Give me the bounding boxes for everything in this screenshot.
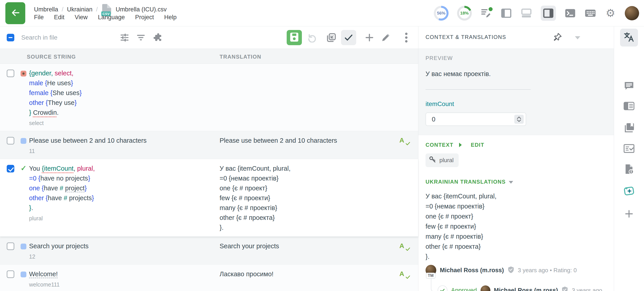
menu-language[interactable]: Language xyxy=(98,14,125,21)
tab-glossary[interactable] xyxy=(620,119,638,137)
select-all-checkbox[interactable] xyxy=(7,34,14,42)
layout-left-panel-button[interactable] xyxy=(500,8,512,19)
menu-edit[interactable]: Edit xyxy=(54,14,64,21)
ai-sparkle-icon xyxy=(624,186,634,197)
pin-icon[interactable] xyxy=(552,32,562,43)
translator-avatar: TM xyxy=(426,265,436,276)
approver-avatar xyxy=(480,286,490,291)
approve-button[interactable] xyxy=(341,30,356,45)
source-string-cell: Welcome!welcome111 xyxy=(0,264,220,291)
panel-options-chevron-icon[interactable] xyxy=(575,36,580,39)
menu-file[interactable]: File xyxy=(34,14,44,21)
add-string-button[interactable] xyxy=(362,30,377,45)
suggestion-time: 3 years ago xyxy=(518,267,548,274)
spellcheck-ok-icon: A xyxy=(399,270,409,279)
edit-string-button[interactable] xyxy=(378,30,393,45)
menu-project[interactable]: Project xyxy=(135,14,154,21)
string-key: 11 xyxy=(29,147,211,155)
breadcrumb-separator: / xyxy=(96,6,98,13)
source-string-cell: {gender, select,male {He uses}female {Sh… xyxy=(0,64,220,131)
row-checkbox[interactable] xyxy=(7,270,14,278)
translation-cell xyxy=(220,64,418,131)
translations-heading[interactable]: UKRAINIAN TRANSLATIONS xyxy=(426,179,607,185)
save-floppy-icon xyxy=(290,32,299,43)
qa-checklist-icon xyxy=(624,144,634,154)
tab-comments[interactable] xyxy=(620,78,638,96)
row-checkbox[interactable] xyxy=(7,137,14,144)
csv-file-icon: CSV xyxy=(102,4,111,15)
translate-icon xyxy=(624,32,634,44)
table-row[interactable]: Welcome!welcome111Ласкаво просимо!A xyxy=(0,264,418,291)
row-checkbox[interactable] xyxy=(7,242,14,250)
breadcrumb-file-name[interactable]: Umbrella (ICU).csv xyxy=(116,6,166,13)
tab-ai-assistant[interactable] xyxy=(620,182,638,200)
string-key: 12 xyxy=(29,253,211,260)
filter-button[interactable] xyxy=(133,30,148,45)
tab-tm-suggestions[interactable] xyxy=(620,98,638,116)
row-checkbox[interactable] xyxy=(7,70,14,77)
tab-translations[interactable] xyxy=(620,29,638,46)
string-key: plural xyxy=(29,214,211,222)
translated-progress-ring[interactable]: 56% xyxy=(434,6,448,20)
copy-source-button[interactable] xyxy=(324,30,339,45)
menu-help[interactable]: Help xyxy=(164,14,177,21)
context-translations-panel: CONTEXT & TRANSLATIONS PREVIEW У вас нем… xyxy=(418,26,614,291)
approved-label: Approved xyxy=(451,287,477,291)
shield-icon xyxy=(562,286,568,291)
menu-bar: FileEditViewLanguageProjectHelp xyxy=(34,14,177,21)
context-link[interactable]: CONTEXT xyxy=(426,142,453,148)
plus-icon xyxy=(624,209,634,220)
preview-divider xyxy=(426,89,531,90)
back-button[interactable] xyxy=(5,2,25,24)
translation-header: TRANSLATION xyxy=(220,54,262,60)
string-rows: {gender, select,male {He uses}female {Sh… xyxy=(0,64,418,291)
source-string-header: SOURCE STRING xyxy=(27,54,76,60)
layout-right-panel-button[interactable] xyxy=(541,6,556,21)
tab-qa-checks[interactable] xyxy=(620,140,638,158)
add-panel-button[interactable] xyxy=(620,205,638,223)
preview-text: У вас немає проектів. xyxy=(426,70,605,78)
strings-list-area: SOURCE STRING TRANSLATION {gender, selec… xyxy=(0,26,418,291)
drafts-button[interactable] xyxy=(480,8,492,19)
search-input[interactable] xyxy=(21,31,106,44)
settings-button[interactable]: ⚙ xyxy=(605,8,616,19)
user-avatar[interactable] xyxy=(625,6,639,20)
source-string-cell: You {itemCount, plural,=0 {have no proje… xyxy=(0,159,220,236)
param-value: 0 xyxy=(432,116,435,123)
file-info-icon xyxy=(624,164,634,175)
table-row[interactable]: Please use between 2 and 10 characters11… xyxy=(0,131,418,159)
tab-file-info[interactable] xyxy=(620,160,638,178)
approved-progress-ring[interactable]: 18% xyxy=(457,6,472,20)
context-expand-icon[interactable] xyxy=(459,143,462,147)
source-string-cell: Search your projects12 xyxy=(0,237,220,264)
table-row[interactable]: ✓You {itemCount, plural,=0 {have no proj… xyxy=(0,159,418,237)
number-spinner[interactable] xyxy=(514,115,524,124)
undo-button[interactable] xyxy=(304,30,319,45)
approved-check-icon xyxy=(438,286,448,291)
display-settings-button[interactable] xyxy=(117,30,132,45)
menu-view[interactable]: View xyxy=(75,14,88,21)
source-string-cell: Please use between 2 and 10 characters11 xyxy=(0,131,220,159)
keyboard-shortcuts-button[interactable] xyxy=(584,8,596,19)
notification-dot xyxy=(488,6,493,12)
save-button[interactable] xyxy=(287,30,302,45)
console-button[interactable] xyxy=(564,8,576,19)
edit-context-link[interactable]: EDIT xyxy=(471,142,484,148)
param-value-input[interactable]: 0 xyxy=(426,112,526,126)
string-key-chip[interactable]: plural xyxy=(426,154,459,167)
table-row[interactable]: Search your projects12Search your projec… xyxy=(0,237,418,264)
top-bar: Umbrella/Ukrainian/CSVUmbrella (ICU).csv… xyxy=(0,0,644,26)
row-checkbox[interactable] xyxy=(7,165,14,172)
panel-title: CONTEXT & TRANSLATIONS xyxy=(426,34,506,40)
string-key: welcome111 xyxy=(29,281,211,288)
breadcrumb-item[interactable]: Ukrainian xyxy=(67,6,92,13)
more-options-button[interactable] xyxy=(399,30,414,45)
breadcrumb-item[interactable]: Umbrella xyxy=(34,6,58,13)
side-tools-strip xyxy=(614,26,644,291)
layout-bottom-panel-button[interactable] xyxy=(520,8,532,19)
status-translated-icon xyxy=(20,244,26,250)
plugins-button[interactable] xyxy=(150,30,166,45)
table-row[interactable]: {gender, select,male {He uses}female {Sh… xyxy=(0,64,418,131)
breadcrumb-separator: / xyxy=(62,6,64,13)
translation-cell: Please use between 2 and 10 charactersA xyxy=(220,131,418,159)
